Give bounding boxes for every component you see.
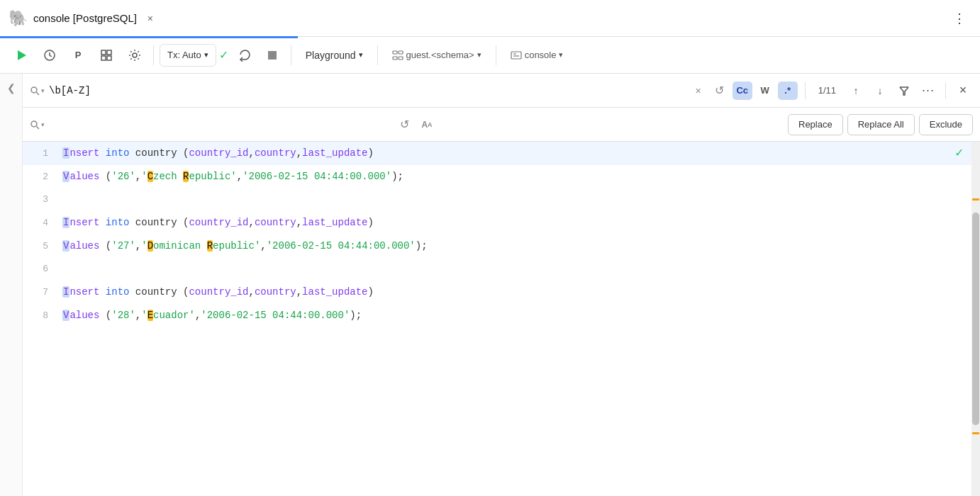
title-bar: 🐘 console [PostgreSQL] × ⋮ bbox=[0, 0, 980, 37]
settings-icon bbox=[128, 49, 141, 62]
schema-label: guest.<schema> bbox=[406, 50, 474, 60]
replace-reset-button[interactable]: ↺ bbox=[396, 116, 413, 133]
replace-button[interactable]: Replace bbox=[788, 114, 843, 135]
schema-chevron-icon: ▾ bbox=[477, 50, 481, 60]
search-clear-button[interactable]: × bbox=[690, 82, 707, 99]
scrollbar[interactable] bbox=[971, 142, 980, 496]
line-content-2: Values ('26','Czech Republic','2006-02-1… bbox=[62, 165, 980, 188]
svg-rect-11 bbox=[399, 57, 403, 60]
svg-rect-3 bbox=[107, 50, 111, 55]
line-number-7: 7 bbox=[23, 281, 62, 304]
line-content-8: Values ('28','Ecuador','2006-02-15 04:44… bbox=[62, 304, 980, 327]
line-number-6: 6 bbox=[23, 258, 62, 281]
search-sep-2 bbox=[945, 82, 946, 99]
transaction-button[interactable]: Tx: Auto ▾ bbox=[160, 44, 216, 67]
svg-rect-12 bbox=[511, 52, 521, 59]
run-button[interactable] bbox=[9, 43, 34, 68]
playground-button[interactable]: Playground ▾ bbox=[297, 43, 372, 68]
svg-point-15 bbox=[31, 87, 37, 93]
save-button[interactable]: P bbox=[65, 43, 91, 68]
search-bar: ▾ × ↺ Cc W .* 1/11 ↑ ↓ ··· × bbox=[23, 74, 980, 108]
stop-button[interactable] bbox=[260, 43, 285, 68]
svg-rect-2 bbox=[101, 50, 106, 55]
svg-marker-0 bbox=[18, 50, 26, 60]
svg-rect-7 bbox=[268, 51, 277, 60]
line-content-4: Insert into country (country_id,country,… bbox=[62, 211, 980, 234]
history-button[interactable] bbox=[37, 43, 62, 68]
regex-button[interactable]: .* bbox=[778, 81, 798, 100]
filter-icon bbox=[899, 86, 909, 96]
search-close-button[interactable]: × bbox=[953, 81, 973, 101]
svg-line-19 bbox=[37, 126, 40, 129]
scroll-thumb[interactable] bbox=[972, 213, 979, 425]
table-row: 6 bbox=[23, 258, 980, 281]
undo-icon bbox=[238, 49, 250, 62]
svg-rect-9 bbox=[399, 51, 403, 54]
line-number-8: 8 bbox=[23, 305, 62, 327]
toolbar-divider-3 bbox=[377, 45, 378, 65]
undo-button[interactable] bbox=[231, 43, 257, 68]
toolbar: P Tx: Auto ▾ ✓ Playground ▾ guest.<schem… bbox=[0, 37, 980, 74]
exclude-button[interactable]: Exclude bbox=[919, 114, 973, 135]
code-editor[interactable]: 1 Insert into country (country_id,countr… bbox=[23, 142, 980, 496]
settings-button[interactable] bbox=[122, 43, 147, 68]
search-sep-1 bbox=[805, 82, 806, 99]
grid-icon bbox=[100, 49, 113, 62]
grid-button[interactable] bbox=[94, 43, 119, 68]
collapse-button[interactable]: ❮ bbox=[7, 82, 16, 94]
search-input[interactable] bbox=[49, 85, 686, 96]
next-match-button[interactable]: ↓ bbox=[870, 81, 890, 101]
toolbar-divider-2 bbox=[291, 45, 291, 65]
table-row: 7 Insert into country (country_id,countr… bbox=[23, 281, 980, 304]
match-counter: 1/11 bbox=[818, 85, 836, 96]
history-icon bbox=[43, 49, 56, 62]
line-checkmark-1: ✓ bbox=[955, 142, 963, 164]
table-row: 4 Insert into country (country_id,countr… bbox=[23, 211, 980, 235]
line-number-1: 1 bbox=[23, 142, 62, 165]
playground-chevron-icon: ▾ bbox=[359, 50, 363, 60]
table-row: 1 Insert into country (country_id,countr… bbox=[23, 142, 980, 165]
main-area: ❮ ▾ × ↺ Cc W .* 1/11 ↑ ↓ ··· × bbox=[0, 74, 980, 496]
svg-rect-4 bbox=[101, 56, 106, 60]
search-reset-button[interactable]: ↺ bbox=[711, 82, 728, 99]
svg-line-16 bbox=[37, 92, 40, 95]
replace-search-button[interactable]: ▾ bbox=[30, 120, 45, 130]
tab-close-button[interactable]: × bbox=[143, 11, 158, 26]
line-content-5: Values ('27','Dominican Republic','2006-… bbox=[62, 235, 980, 257]
tab-indicator bbox=[0, 36, 298, 38]
tx-check-icon: ✓ bbox=[219, 48, 228, 62]
replace-search-icon bbox=[30, 120, 40, 130]
case-sensitive-button[interactable]: Cc bbox=[733, 81, 752, 100]
stop-icon bbox=[267, 50, 278, 61]
replace-case-button[interactable]: AA bbox=[417, 115, 437, 134]
console-icon bbox=[511, 50, 522, 60]
replace-all-button[interactable]: Replace All bbox=[847, 114, 915, 135]
line-content-1: Insert into country (country_id,country,… bbox=[62, 142, 980, 164]
console-label: console bbox=[525, 50, 557, 60]
window-menu-button[interactable]: ⋮ bbox=[947, 8, 971, 29]
console-chevron-icon: ▾ bbox=[559, 50, 563, 60]
prev-match-button[interactable]: ↑ bbox=[846, 81, 866, 101]
replace-dropdown-icon: ▾ bbox=[41, 121, 45, 128]
table-row: 2 Values ('26','Czech Republic','2006-02… bbox=[23, 165, 980, 188]
table-row: 5 Values ('27','Dominican Republic','200… bbox=[23, 235, 980, 258]
line-number-2: 2 bbox=[23, 166, 62, 188]
table-row: 3 bbox=[23, 188, 980, 211]
toolbar-divider-4 bbox=[496, 45, 496, 65]
more-options-button[interactable]: ··· bbox=[918, 81, 938, 101]
console-button[interactable]: console ▾ bbox=[502, 43, 572, 68]
match-indicator-6 bbox=[972, 432, 979, 434]
editor-area: ▾ × ↺ Cc W .* 1/11 ↑ ↓ ··· × ▾ bbox=[23, 74, 980, 496]
filter-button[interactable] bbox=[894, 81, 914, 101]
schema-icon bbox=[392, 50, 403, 60]
window-title: console [PostgreSQL] bbox=[33, 12, 137, 24]
svg-point-18 bbox=[31, 121, 37, 127]
search-type-button[interactable]: ▾ bbox=[30, 86, 45, 96]
run-icon bbox=[15, 49, 28, 62]
replace-input[interactable] bbox=[49, 119, 391, 130]
schema-button[interactable]: guest.<schema> ▾ bbox=[384, 43, 490, 68]
replace-bar: ▾ ↺ AA Replace Replace All Exclude bbox=[23, 108, 980, 142]
svg-point-6 bbox=[133, 53, 137, 57]
whole-word-button[interactable]: W bbox=[757, 82, 774, 99]
tx-chevron-icon: ▾ bbox=[204, 50, 208, 60]
